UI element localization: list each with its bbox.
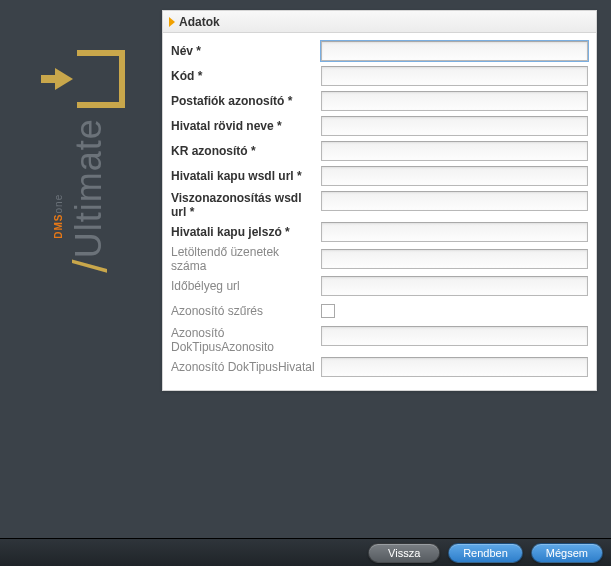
expand-icon xyxy=(169,17,175,27)
label-postafiok: Postafiók azonosító * xyxy=(171,94,321,108)
label-idobelyeg: Időbélyeg url xyxy=(171,279,321,293)
input-postafiok[interactable] xyxy=(321,91,588,111)
label-nev: Név * xyxy=(171,44,321,58)
label-doktipus-azon: Azonosító DokTipusAzonosito xyxy=(171,326,321,354)
input-idobelyeg[interactable] xyxy=(321,276,588,296)
input-wsdl-url[interactable] xyxy=(321,166,588,186)
brand-sub: DMSone xyxy=(53,194,64,239)
input-kod[interactable] xyxy=(321,66,588,86)
label-kr-azonosito: KR azonosító * xyxy=(171,144,321,158)
panel-title: Adatok xyxy=(179,15,220,29)
label-kod: Kód * xyxy=(171,69,321,83)
input-viszon[interactable] xyxy=(321,191,588,211)
ok-button[interactable]: Rendben xyxy=(448,543,523,563)
brand-sidebar: DMSone /Ultimate xyxy=(30,50,150,400)
label-viszon: Viszonazonosítás wsdl url * xyxy=(171,191,321,219)
input-kr-azonosito[interactable] xyxy=(321,141,588,161)
login-arrow-icon xyxy=(55,50,125,108)
brand-logo: DMSone /Ultimate xyxy=(63,118,118,272)
label-wsdl-url: Hivatali kapu wsdl url * xyxy=(171,169,321,183)
label-hivatal-rovid: Hivatal rövid neve * xyxy=(171,119,321,133)
label-letoltendo: Letöltendő üzenetek száma xyxy=(171,245,321,273)
brand-product: Ultimate xyxy=(68,118,109,258)
input-jelszo[interactable] xyxy=(321,222,588,242)
footer-toolbar: Vissza Rendben Mégsem xyxy=(0,538,611,566)
panel-body: Név * Kód * Postafiók azonosító * Hivata… xyxy=(163,33,596,390)
label-doktipus-hivatal: Azonosító DokTipusHivatal xyxy=(171,360,321,374)
checkbox-szures[interactable] xyxy=(321,304,335,318)
input-hivatal-rovid[interactable] xyxy=(321,116,588,136)
input-letoltendo[interactable] xyxy=(321,249,588,269)
label-jelszo: Hivatali kapu jelszó * xyxy=(171,225,321,239)
panel-header[interactable]: Adatok xyxy=(163,11,596,33)
back-button[interactable]: Vissza xyxy=(368,543,440,563)
cancel-button[interactable]: Mégsem xyxy=(531,543,603,563)
slash-icon: / xyxy=(64,258,117,272)
label-szures: Azonosító szűrés xyxy=(171,304,321,318)
input-doktipus-azon[interactable] xyxy=(321,326,588,346)
input-nev[interactable] xyxy=(321,41,588,61)
input-doktipus-hivatal[interactable] xyxy=(321,357,588,377)
data-panel: Adatok Név * Kód * Postafiók azonosító *… xyxy=(162,10,597,391)
